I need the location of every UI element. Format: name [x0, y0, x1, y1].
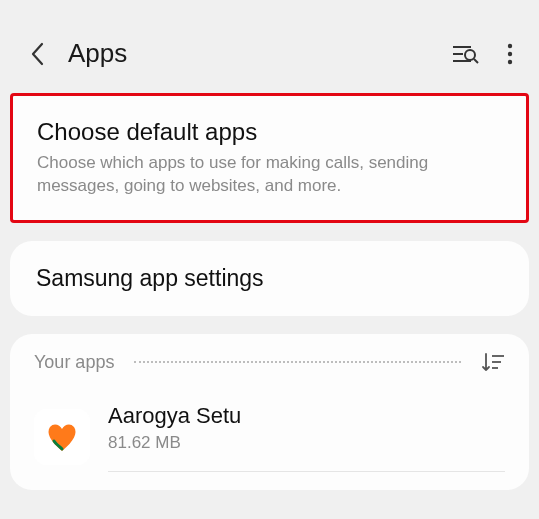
divider [134, 361, 461, 363]
app-info: Aarogya Setu 81.62 MB [108, 403, 505, 472]
app-icon-aarogya-setu [34, 409, 90, 465]
page-title: Apps [68, 38, 431, 69]
svg-point-6 [508, 51, 512, 55]
more-options-button[interactable] [507, 42, 513, 66]
back-button[interactable] [28, 40, 48, 68]
your-apps-label: Your apps [34, 352, 114, 373]
svg-point-5 [508, 43, 512, 47]
choose-default-apps-item[interactable]: Choose default apps Choose which apps to… [10, 93, 529, 223]
more-vertical-icon [507, 42, 513, 66]
svg-line-4 [474, 59, 478, 63]
choose-default-apps-title: Choose default apps [37, 118, 502, 146]
your-apps-section: Your apps Aarogya Setu 81.62 MB [10, 334, 529, 490]
svg-point-3 [465, 50, 475, 60]
samsung-app-settings-item[interactable]: Samsung app settings [10, 241, 529, 316]
app-size: 81.62 MB [108, 433, 505, 453]
heart-icon [42, 417, 82, 457]
choose-default-apps-description: Choose which apps to use for making call… [37, 152, 502, 198]
header-actions [451, 42, 513, 66]
your-apps-header: Your apps [34, 352, 505, 373]
app-bar: Apps [0, 0, 539, 93]
svg-point-7 [508, 59, 512, 63]
app-name: Aarogya Setu [108, 403, 505, 429]
list-item[interactable]: Aarogya Setu 81.62 MB [34, 395, 505, 490]
search-icon [451, 42, 479, 66]
chevron-left-icon [28, 40, 48, 68]
sort-icon [481, 352, 505, 372]
samsung-app-settings-title: Samsung app settings [36, 265, 264, 291]
sort-button[interactable] [481, 352, 505, 372]
search-button[interactable] [451, 42, 479, 66]
